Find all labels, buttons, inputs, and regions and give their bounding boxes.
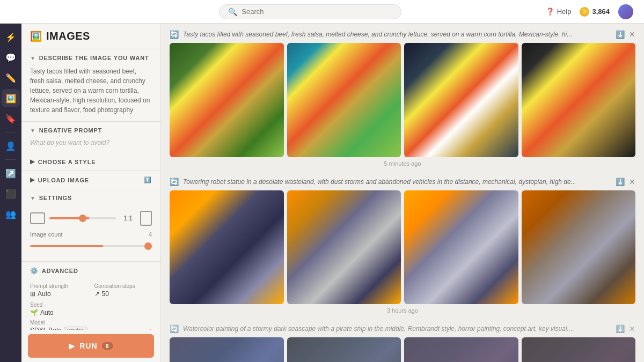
sidebar-item-chat[interactable]: 💬 xyxy=(2,48,20,67)
gen-2-image-3[interactable] xyxy=(404,190,518,305)
negative-placeholder[interactable]: What do you want to avoid? xyxy=(30,139,152,146)
gen-steps-label: Generation steps xyxy=(94,283,152,289)
generation-row-3: 🔄 Watercolor painting of a stormy dark s… xyxy=(170,324,635,362)
sidebar-item-edit[interactable]: ✏️ xyxy=(2,69,20,87)
gen-3-grid xyxy=(170,337,635,362)
sidebar-item-bookmark[interactable]: 🔖 xyxy=(2,109,20,128)
gen-2-refresh[interactable]: 🔄 xyxy=(170,178,179,186)
prompt-strength-label: Prompt strength xyxy=(30,283,88,289)
gen-2-prompt: Towering robot statue in a desolate wast… xyxy=(183,178,611,186)
sidebar-item-person[interactable]: 👤 xyxy=(2,137,20,155)
seed-item: Seed 🌱 Auto xyxy=(30,302,152,316)
gen-2-image-1[interactable] xyxy=(170,190,284,305)
advanced-label: ADVANCED xyxy=(42,268,78,274)
gen-3-image-1[interactable] xyxy=(170,337,284,362)
model-label: Model xyxy=(30,320,152,326)
gen-1-more[interactable]: ✕ xyxy=(629,30,635,39)
ratio-icon-landscape[interactable] xyxy=(30,212,45,224)
upload-chevron: ▶ xyxy=(30,176,35,183)
gen-2-actions: ⬇️ ✕ xyxy=(616,178,635,186)
panel-icon: 🖼️ xyxy=(30,31,42,42)
advanced-section: ⚙️ ADVANCED Prompt strength ⊞ Auto xyxy=(21,261,160,330)
upload-image-row[interactable]: ▶ UPLOAD IMAGE ⬆️ xyxy=(21,171,160,189)
gen-2-download[interactable]: ⬇️ xyxy=(616,178,625,186)
gen-3-image-3[interactable] xyxy=(404,337,518,362)
model-item: Model SDXL Beta Preview › xyxy=(30,320,152,330)
sidebar-item-lightning[interactable]: ⚡ xyxy=(2,28,20,46)
gen-1-image-2[interactable] xyxy=(287,43,401,157)
content-area: 🔄 Tasty tacos filled with seasoned beef,… xyxy=(161,24,644,362)
search-bar[interactable]: 🔍 xyxy=(219,4,401,19)
advanced-header[interactable]: ⚙️ ADVANCED xyxy=(21,261,160,280)
gen-1-image-3[interactable] xyxy=(404,43,518,157)
gen-2-time: 3 hours ago xyxy=(170,307,635,314)
image-count-slider[interactable] xyxy=(30,245,152,247)
sidebar-separator-2 xyxy=(5,159,16,160)
gen-steps-val: ↗ 50 xyxy=(94,290,152,298)
negative-content: What do you want to avoid? xyxy=(21,139,160,153)
model-badge: Preview xyxy=(64,327,87,330)
ratio-slider[interactable] xyxy=(49,217,116,219)
gen-3-image-4[interactable] xyxy=(522,337,636,362)
sidebar-item-group[interactable]: 👥 xyxy=(2,205,20,223)
gen-1-image-1[interactable] xyxy=(170,43,284,157)
prompt-strength-value: Auto xyxy=(38,290,51,298)
page-title: IMAGES xyxy=(46,30,90,42)
sidebar-item-images[interactable]: 🖼️ xyxy=(2,89,20,107)
ratio-row: 1:1 xyxy=(30,211,152,226)
model-val: SDXL Beta Preview xyxy=(30,327,87,330)
advanced-grid: Prompt strength ⊞ Auto Generation steps … xyxy=(30,283,152,298)
gen-3-refresh[interactable]: 🔄 xyxy=(170,324,179,333)
negative-section: ▼ NEGATIVE PROMPT What do you want to av… xyxy=(21,121,160,153)
coins-display: 🪙 3,864 xyxy=(580,7,610,17)
describe-text: Tasty tacos filled with seasoned beef, f… xyxy=(30,67,152,115)
ratio-label: 1:1 xyxy=(123,215,133,222)
topbar: 🔍 ❓ Help 🪙 3,864 xyxy=(0,0,644,24)
gen-1-refresh[interactable]: 🔄 xyxy=(170,30,179,39)
count-slider-container: Image count 4 xyxy=(30,231,152,249)
gen-2-image-2[interactable] xyxy=(287,190,401,305)
settings-label: SETTINGS xyxy=(39,195,72,201)
describe-chevron: ▼ xyxy=(30,55,36,61)
search-input[interactable] xyxy=(241,8,392,16)
run-icon: ▶ xyxy=(69,342,75,350)
sidebar-item-layers[interactable]: ⬛ xyxy=(2,184,20,203)
negative-header[interactable]: ▼ NEGATIVE PROMPT xyxy=(21,122,160,139)
advanced-icon: ⚙️ xyxy=(30,267,39,275)
settings-header[interactable]: ▼ SETTINGS xyxy=(21,189,160,206)
gen-3-more[interactable]: ✕ xyxy=(629,324,635,333)
describe-label: DESCRIBE THE IMAGE YOU WANT xyxy=(39,55,149,61)
run-button[interactable]: ▶ RUN 8 xyxy=(28,334,154,358)
help-button[interactable]: ❓ Help xyxy=(546,8,572,16)
gen-2-more[interactable]: ✕ xyxy=(629,178,635,186)
gen-3-download[interactable]: ⬇️ xyxy=(616,324,625,333)
icon-sidebar: ⚡ 💬 ✏️ 🖼️ 🔖 👤 ↗️ ⬛ 👥 xyxy=(0,24,21,362)
gen-1-image-4[interactable] xyxy=(522,43,636,157)
ratio-icon-portrait[interactable] xyxy=(140,211,152,226)
model-chevron[interactable]: › xyxy=(150,327,152,330)
sidebar-item-share[interactable]: ↗️ xyxy=(2,164,20,182)
choose-style-row[interactable]: ▶ CHOOSE A STYLE xyxy=(21,153,160,171)
gen-steps-item: Generation steps ↗ 50 xyxy=(94,283,152,298)
run-label: RUN xyxy=(79,342,97,350)
run-count-badge: 8 xyxy=(102,342,113,350)
grid-icon: ⊞ xyxy=(30,290,35,298)
image-count-value: 4 xyxy=(149,231,152,238)
generation-row-2: 🔄 Towering robot statue in a desolate wa… xyxy=(170,178,635,314)
upload-icon: ⬆️ xyxy=(144,176,152,183)
negative-label: NEGATIVE PROMPT xyxy=(39,127,103,134)
gen-1-download[interactable]: ⬇️ xyxy=(616,30,625,39)
avatar[interactable] xyxy=(618,4,633,19)
gen-3-actions: ⬇️ ✕ xyxy=(616,324,635,333)
help-icon: ❓ xyxy=(546,8,554,16)
seed-val: 🌱 Auto xyxy=(30,309,152,316)
gen-2-image-4[interactable] xyxy=(522,190,636,305)
gen-steps-value: 50 xyxy=(102,290,109,298)
search-icon: 🔍 xyxy=(228,8,237,16)
gen-2-meta: 🔄 Towering robot statue in a desolate wa… xyxy=(170,178,635,186)
settings-chevron: ▼ xyxy=(30,195,36,201)
seed-label: Seed xyxy=(30,302,152,308)
describe-header[interactable]: ▼ DESCRIBE THE IMAGE YOU WANT xyxy=(21,49,160,67)
gen-3-image-2[interactable] xyxy=(287,337,401,362)
generation-row-1: 🔄 Tasty tacos filled with seasoned beef,… xyxy=(170,30,635,167)
